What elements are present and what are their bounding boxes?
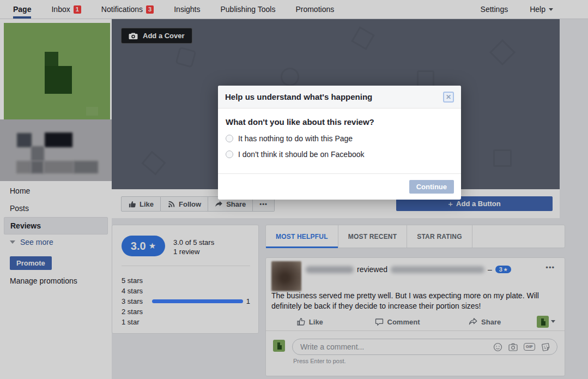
modal-question: What don't you like about this review? [226,117,453,127]
continue-button[interactable]: Continue [409,180,454,194]
close-icon[interactable]: ✕ [443,92,454,103]
radio-option-nothing-to-do[interactable]: It has nothing to do with this Page [226,134,453,143]
radio-option-label: It has nothing to do with this Page [238,134,353,143]
modal-header: Help us understand what's happening ✕ [218,86,461,109]
modal-body: What don't you like about this review? I… [218,109,461,173]
radio-option-label: I don't think it should be on Facebook [238,150,365,159]
modal-title: Help us understand what's happening [225,92,372,101]
report-review-modal: Help us understand what's happening ✕ Wh… [218,86,461,200]
radio-button-icon[interactable] [226,135,233,142]
radio-button-icon[interactable] [226,151,233,158]
facebook-page-admin-screen: Page Inbox1 Notifications3 Insights Publ… [0,0,588,379]
radio-option-should-not-be-on-facebook[interactable]: I don't think it should be on Facebook [226,150,453,159]
modal-footer: Continue [218,173,461,200]
